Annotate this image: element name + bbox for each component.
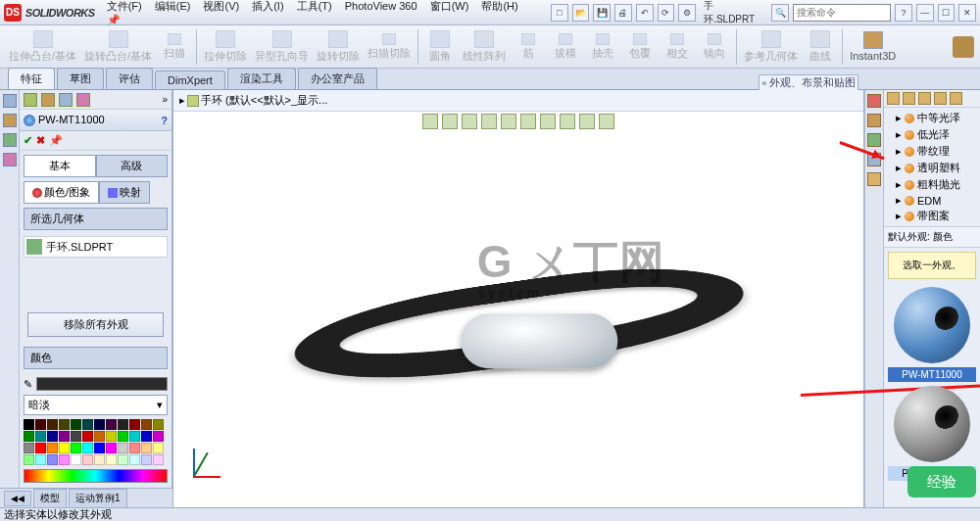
color-swatch[interactable] [35,443,46,453]
color-swatch[interactable] [153,443,164,453]
color-swatch[interactable] [59,419,70,430]
menu-tools[interactable]: 工具(T) [297,0,332,12]
subtab-color-image[interactable]: 颜色/图象 [24,181,99,204]
edit-appearance-icon[interactable] [560,114,575,129]
btn-sweep[interactable]: 扫描 [157,27,192,67]
config-icon[interactable] [3,133,17,147]
color-swatch[interactable] [82,419,93,430]
color-swatch[interactable] [129,454,140,465]
apply-scene-icon[interactable] [579,114,595,129]
material-preview-sphere[interactable] [894,386,970,462]
btn-hole-wizard[interactable]: 异型孔向导 [252,27,312,67]
view-orientation-icon[interactable] [501,114,516,129]
color-swatch[interactable] [82,454,93,465]
color-swatch[interactable] [141,454,152,465]
tab-evaluate[interactable]: 评估 [106,68,153,89]
tree-icon[interactable] [24,93,37,107]
color-swatch[interactable] [35,419,46,430]
color-swatch[interactable] [118,431,128,442]
light-icon[interactable] [867,172,881,186]
tree-icon[interactable] [76,93,90,107]
appearance-lib-icon[interactable] [867,114,881,127]
feature-tree-icon[interactable] [3,94,17,108]
color-swatch[interactable] [153,431,164,442]
search-input[interactable] [793,4,891,22]
btn-ref-geom[interactable]: 参考几何体 [741,27,801,67]
view-icon[interactable] [934,92,947,105]
color-swatch[interactable] [106,419,117,430]
zoom-area-icon[interactable] [442,114,458,129]
btn-draft[interactable]: 拔模 [548,27,583,67]
pin-icon[interactable]: 📌 [49,134,63,147]
menu-file[interactable]: 文件(F) [107,0,142,12]
home-icon[interactable] [867,94,881,108]
tree-item[interactable]: ▸带纹理 [886,143,978,160]
color-swatch[interactable] [71,419,81,430]
color-swatch[interactable] [59,431,70,442]
subtab-advanced[interactable]: 高级 [96,155,169,177]
color-swatch[interactable] [71,431,81,442]
color-swatch[interactable] [24,431,34,442]
color-swatch[interactable] [82,431,93,442]
btn-shell[interactable]: 抽壳 [585,27,620,67]
color-swatch[interactable] [47,454,58,465]
color-swatch[interactable] [47,443,58,453]
btn-wrap[interactable]: 包覆 [622,27,658,67]
panel-collapse-icon[interactable]: » [162,94,168,105]
btn-rib[interactable]: 筋 [511,27,546,67]
hue-slider[interactable] [24,469,168,483]
btn-linear-pattern[interactable]: 线性阵列 [460,27,509,67]
color-swatch[interactable] [141,419,152,430]
color-swatch[interactable] [118,419,128,430]
shade-dropdown[interactable]: 暗淡▾ [24,395,168,415]
color-swatch[interactable] [153,419,164,430]
color-swatch[interactable] [35,431,46,442]
up-icon[interactable] [918,92,931,105]
tab-render[interactable]: 渲染工具 [227,68,296,89]
tree-item[interactable]: ▸EDM [886,193,978,208]
btn-instant3d[interactable]: Instant3D [847,27,899,67]
color-swatch-grid[interactable] [24,419,168,465]
btn-intersect[interactable]: 相交 [660,27,695,67]
color-swatch[interactable] [47,419,58,430]
search-icon[interactable]: 🔍 [771,4,789,22]
color-swatch[interactable] [106,443,117,453]
color-swatch[interactable] [35,454,46,465]
prev-view-icon[interactable] [462,114,477,129]
color-swatch[interactable] [24,443,34,453]
color-swatch[interactable] [24,419,34,430]
tree-item[interactable]: ▸中等光泽 [886,110,978,126]
subtab-basic[interactable]: 基本 [24,155,96,177]
tree-item[interactable]: ▸带图案 [886,208,978,224]
3d-viewport[interactable]: ▸手环 (默认<<默认>_显示... G ㄨ丅网system [172,90,864,507]
subtab-mapping[interactable]: 映射 [99,181,150,204]
menu-insert[interactable]: 插入(I) [252,0,283,12]
tab-nav-prev-icon[interactable]: ◀◀ [4,491,31,506]
material-name-selected[interactable]: PW-MT11000 [888,367,976,382]
save-icon[interactable]: 💾 [593,4,611,22]
color-swatch[interactable] [94,454,105,465]
color-swatch[interactable] [71,454,81,465]
color-swatch[interactable] [129,431,140,442]
print-icon[interactable]: 🖨 [614,4,632,22]
tree-icon[interactable] [59,93,73,107]
display-style-icon[interactable] [520,114,536,129]
flyout-tree[interactable]: ▸手环 (默认<<默认>_显示... [179,93,327,108]
tree-item[interactable]: ▸低光泽 [886,126,978,143]
color-swatch[interactable] [71,443,81,453]
tab-model[interactable]: 模型 [33,489,67,508]
new-icon[interactable]: □ [551,4,568,22]
menu-view[interactable]: 视图(V) [203,0,239,12]
color-swatch[interactable] [94,431,105,442]
hide-show-icon[interactable] [540,114,556,129]
rebuild-icon[interactable]: ⟳ [658,4,675,22]
color-swatch[interactable] [106,454,117,465]
folder-icon[interactable] [887,92,900,105]
maximize-icon[interactable]: ☐ [938,4,956,22]
tab-office[interactable]: 办公室产品 [298,68,377,89]
remove-all-appearance-button[interactable]: 移除所有外观 [27,312,164,337]
tab-dimxpert[interactable]: DimXpert [155,71,225,89]
zoom-fit-icon[interactable] [422,114,438,129]
tab-sketch[interactable]: 草图 [57,68,104,89]
color-swatch[interactable] [82,443,93,453]
